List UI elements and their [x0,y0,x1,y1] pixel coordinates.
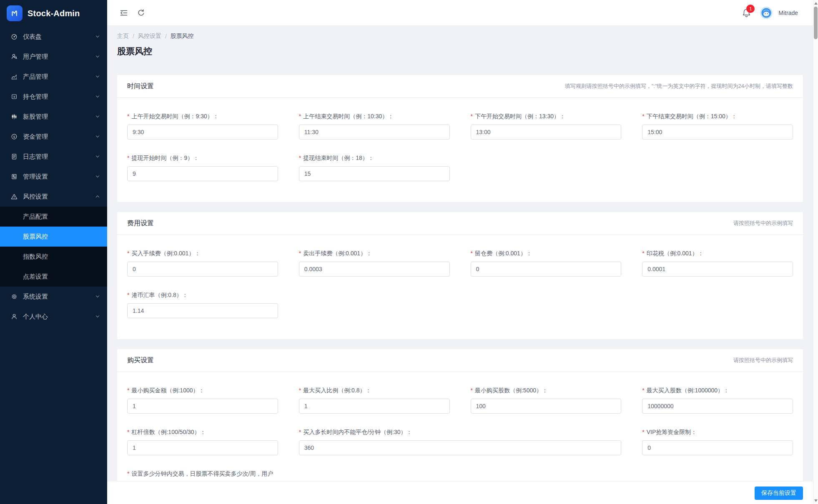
purchase-settings-card: 购买设置 请按照括号中的示例填写 *最小购买金额（例:1000）： *最大买入比… [117,349,803,503]
sidebar-item-label: 新股管理 [23,113,95,121]
subitem-label: 产品配置 [23,213,48,221]
afternoon-close-time-input[interactable] [642,125,793,140]
sidebar-item-position-management[interactable]: ¥ 持仓管理 [0,87,107,107]
new-stock-icon [11,113,18,120]
sidebar-subitem-index-risk[interactable]: 指数风控 [0,247,107,267]
min-buy-amount-input[interactable] [127,399,278,414]
scrollbar-up-arrow-icon[interactable] [814,2,818,5]
withdraw-start-time-input[interactable] [127,166,278,181]
form-field: *下午结束交易时间（例：15:00）： [642,113,793,140]
form-field: *最小购买股数（例:5000）： [471,387,622,414]
breadcrumb-current: 股票风控 [171,32,194,40]
form-field-clipped: *设置多少分钟内交易，日股票不得买卖多少次/周，用户 [127,470,621,482]
user-management-icon [11,53,18,60]
user-name[interactable]: Mitrade [778,10,798,16]
page-title: 股票风控 [117,45,803,57]
stamp-tax-input[interactable] [642,262,793,277]
chevron-up-icon [95,195,100,199]
form-field: *卖出手续费（例:0.001）： [299,250,450,277]
risk-control-icon [11,193,18,200]
sidebar-item-risk-settings[interactable]: 风控设置 [0,187,107,207]
sidebar-item-log-management[interactable]: 日志管理 [0,147,107,167]
profile-icon [11,313,18,320]
form-field: *买入多长时间内不能平仓/分钟（例:30）： [299,429,622,455]
scrollbar-down-arrow-icon[interactable] [814,499,818,502]
sidebar-item-label: 风控设置 [23,193,95,201]
subitem-label: 股票风控 [23,233,48,241]
form-field: *提现开始时间（例：9）： [127,155,278,181]
admin-settings-icon [11,173,18,180]
required-mark: * [127,470,129,477]
required-mark: * [299,113,301,120]
sell-fee-input[interactable] [299,262,450,277]
required-mark: * [642,250,644,257]
sidebar-item-label: 产品管理 [23,73,95,81]
field-label: *上午结束交易时间（例：10:30）： [299,113,450,120]
position-management-icon: ¥ [11,93,18,100]
save-settings-button[interactable]: 保存当前设置 [755,487,803,500]
topbar: 1 Mitrade [107,0,818,26]
hkd-rate-input[interactable] [127,303,278,318]
max-buy-shares-input[interactable] [642,399,793,414]
required-mark: * [299,387,301,394]
sidebar-item-funds-management[interactable]: $ 资金管理 [0,127,107,147]
chevron-down-icon [95,155,100,159]
morning-open-time-input[interactable] [127,125,278,140]
section-hint: 请按照括号中的示例填写 [733,220,793,227]
required-mark: * [642,429,644,435]
section-title: 时间设置 [127,82,154,91]
withdraw-end-time-input[interactable] [299,166,450,181]
sidebar-item-dashboard[interactable]: 仪表盘 [0,27,107,47]
chevron-down-icon [95,294,100,299]
breadcrumb: 主页 / 风控设置 / 股票风控 [117,32,803,40]
breadcrumb-separator: / [133,33,134,40]
field-label: *最大买入比例（例:0.8）： [299,387,450,394]
sidebar-item-label: 持仓管理 [23,93,95,101]
sidebar-item-label: 日志管理 [23,153,95,161]
overnight-fee-input[interactable] [471,262,622,277]
sidebar-subitem-spread-settings[interactable]: 点差设置 [0,267,107,287]
min-buy-shares-input[interactable] [471,399,622,414]
no-close-minutes-input[interactable] [299,440,622,455]
leverage-input[interactable] [127,440,278,455]
vip-fund-limit-input[interactable] [642,440,793,455]
menu-fold-icon[interactable] [120,9,128,17]
sidebar-item-label: 资金管理 [23,133,95,141]
max-buy-ratio-input[interactable] [299,399,450,414]
afternoon-open-time-input[interactable] [471,125,622,140]
field-label: *买入手续费（例:0.001）： [127,250,278,257]
morning-close-time-input[interactable] [299,125,450,140]
form-field: *VIP抢筹资金限制： [642,429,793,455]
scrollbar-thumb[interactable] [814,7,818,39]
refresh-icon[interactable] [137,9,145,17]
sidebar-item-admin-settings[interactable]: 管理设置 [0,167,107,187]
avatar[interactable] [760,7,773,19]
sidebar-subitem-product-config[interactable]: 产品配置 [0,207,107,227]
sidebar-item-user-management[interactable]: 用户管理 [0,47,107,67]
notifications-button[interactable]: 1 [742,8,751,17]
chevron-down-icon [95,175,100,179]
chevron-down-icon [95,135,100,139]
buy-fee-input[interactable] [127,262,278,277]
logs-icon [11,153,18,160]
dashboard-icon [11,33,18,40]
chevron-down-icon [95,55,100,59]
field-label: *设置多少分钟内交易，日股票不得买卖多少次/周，用户 [127,470,621,478]
chevron-down-icon [95,115,100,119]
brand-logo-icon [7,5,23,21]
form-field: *最大买入比例（例:0.8）： [299,387,450,414]
breadcrumb-home[interactable]: 主页 [117,32,129,40]
sidebar-item-profile[interactable]: 个人中心 [0,307,107,327]
sidebar-subitem-stock-risk[interactable]: 股票风控 [0,227,107,247]
main-area: 1 Mitrade 主页 / 风控设置 / 股票风控 股票风控 时间设置 [107,0,818,504]
required-mark: * [471,113,473,120]
sidebar-item-label: 仪表盘 [23,33,95,41]
form-field: *提现结束时间（例：18）： [299,155,450,181]
sidebar-item-product-management[interactable]: 产品管理 [0,67,107,87]
sidebar-item-new-stock-management[interactable]: 新股管理 [0,107,107,127]
required-mark: * [127,113,129,120]
funds-icon: $ [11,133,18,140]
breadcrumb-risk-settings[interactable]: 风控设置 [138,32,161,40]
required-mark: * [127,250,129,257]
sidebar-item-system-settings[interactable]: 系统设置 [0,287,107,307]
